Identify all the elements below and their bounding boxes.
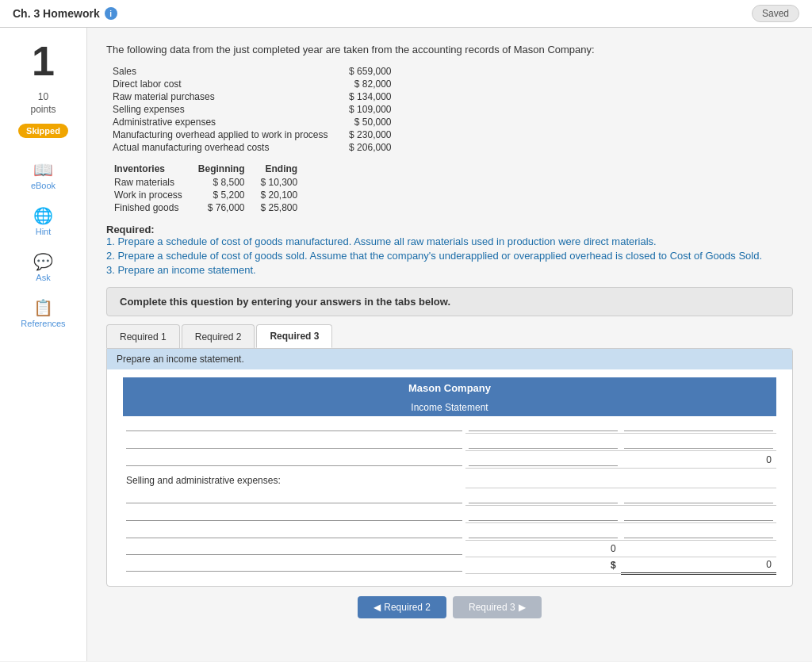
row7-label-input[interactable] bbox=[126, 541, 462, 555]
row5-mid-input[interactable] bbox=[469, 507, 618, 521]
data-table-container: Sales$ 659,000Direct labor cost$ 82,000R… bbox=[106, 65, 793, 154]
tab-content: Prepare an income statement. Mason Compa… bbox=[106, 348, 793, 587]
inv-header-2: Ending bbox=[252, 162, 305, 176]
row1-mid-input[interactable] bbox=[469, 418, 618, 431]
ebook-label: eBook bbox=[31, 181, 56, 190]
points-value: 10 bbox=[38, 91, 48, 102]
data-table: Sales$ 659,000Direct labor cost$ 82,000R… bbox=[106, 65, 398, 154]
table-row bbox=[123, 522, 776, 540]
tabs-row: Required 1 Required 2 Required 3 bbox=[106, 324, 793, 348]
table-row bbox=[123, 505, 776, 522]
question-number: 1 bbox=[32, 40, 55, 82]
required-label: Required: bbox=[106, 224, 155, 235]
row1-label-input[interactable] bbox=[126, 418, 462, 431]
ask-label: Ask bbox=[36, 273, 50, 282]
selling-expenses-row: Selling and administrative expenses: bbox=[123, 473, 776, 488]
skipped-badge: Skipped bbox=[18, 124, 68, 138]
references-icon: 📋 bbox=[33, 298, 53, 317]
table-row: Actual manufacturing overhead costs$ 206… bbox=[106, 141, 398, 154]
next-arrow-icon: ▶ bbox=[519, 602, 526, 613]
sidebar-item-ask[interactable]: 💬 Ask bbox=[6, 246, 80, 289]
income-statement-wrapper: Mason Company Income Statement bbox=[107, 369, 792, 586]
tab-required2[interactable]: Required 2 bbox=[182, 324, 255, 348]
row6-label-input[interactable] bbox=[126, 525, 462, 538]
required-section: Required: 1. Prepare a schedule of cost … bbox=[106, 224, 793, 276]
table-row: Manufacturing overhead applied to work i… bbox=[106, 128, 398, 141]
table-row bbox=[123, 488, 776, 505]
left-sidebar: 1 10 points Skipped 📖 eBook 🌐 Hint 💬 Ask… bbox=[0, 28, 87, 661]
info-icon[interactable]: i bbox=[105, 7, 117, 20]
required-item: 3. Prepare an income statement. bbox=[106, 264, 793, 276]
points-label: points bbox=[30, 104, 56, 115]
saved-badge: Saved bbox=[752, 5, 799, 22]
table-row bbox=[123, 434, 776, 451]
prev-arrow-icon: ◀ bbox=[373, 602, 381, 613]
row4-label-input[interactable] bbox=[126, 490, 462, 503]
inv-header-0: Inventories bbox=[106, 162, 190, 176]
row2-label-input[interactable] bbox=[126, 435, 462, 449]
ask-icon: 💬 bbox=[33, 252, 53, 271]
tab-header-text: Prepare an income statement. bbox=[117, 354, 244, 365]
hint-icon: 🌐 bbox=[33, 206, 53, 225]
row5-label-input[interactable] bbox=[126, 507, 462, 521]
page-title: Ch. 3 Homework bbox=[13, 7, 100, 20]
statement-title: Income Statement bbox=[123, 399, 776, 416]
sidebar-item-hint[interactable]: 🌐 Hint bbox=[6, 200, 80, 243]
hint-label: Hint bbox=[36, 227, 52, 236]
total-label-input[interactable] bbox=[126, 558, 462, 572]
row6-val-input[interactable] bbox=[624, 525, 773, 538]
complete-instruction-box: Complete this question by entering your … bbox=[106, 287, 793, 316]
next-button-label: Required 3 bbox=[469, 602, 515, 613]
sidebar-item-references[interactable]: 📋 References bbox=[6, 292, 80, 335]
tab-header-bar: Prepare an income statement. bbox=[107, 349, 792, 369]
table-row: Work in process$ 5,200$ 20,100 bbox=[106, 189, 305, 201]
required-item: 1. Prepare a schedule of cost of goods m… bbox=[106, 235, 793, 247]
row3-mid-input[interactable] bbox=[469, 453, 618, 466]
total-value: 0 bbox=[621, 557, 776, 573]
prev-required2-button[interactable]: ◀ Required 2 bbox=[358, 596, 446, 618]
content-area: The following data from the just complet… bbox=[87, 28, 812, 661]
table-row: Sales$ 659,000 bbox=[106, 65, 398, 78]
table-row: Selling expenses$ 109,000 bbox=[106, 103, 398, 116]
row4-val-input[interactable] bbox=[624, 490, 773, 503]
table-row: Direct labor cost$ 82,000 bbox=[106, 78, 398, 90]
row1-val-input[interactable] bbox=[624, 418, 773, 431]
dollar-sign: $ bbox=[465, 557, 621, 573]
company-name-header: Mason Company bbox=[123, 377, 776, 399]
complete-instruction-text: Complete this question by entering your … bbox=[120, 296, 450, 308]
row2-mid-input[interactable] bbox=[469, 435, 618, 449]
top-bar: Ch. 3 Homework i Saved bbox=[0, 0, 812, 28]
inventory-table: Inventories Beginning Ending Raw materia… bbox=[106, 162, 305, 214]
tab-required1[interactable]: Required 1 bbox=[106, 324, 180, 348]
inv-header-1: Beginning bbox=[190, 162, 253, 176]
total-row: $ 0 bbox=[123, 557, 776, 573]
required-item: 2. Prepare a schedule of cost of goods s… bbox=[106, 250, 793, 262]
selling-expenses-label: Selling and administrative expenses: bbox=[123, 473, 465, 488]
sidebar-item-ebook[interactable]: 📖 eBook bbox=[6, 154, 80, 197]
tab-required3[interactable]: Required 3 bbox=[256, 324, 332, 348]
question-intro: The following data from the just complet… bbox=[106, 44, 793, 55]
table-row: Administrative expenses$ 50,000 bbox=[106, 116, 398, 128]
table-row: Finished goods$ 76,000$ 25,800 bbox=[106, 201, 305, 214]
prev-button-label: Required 2 bbox=[384, 602, 431, 613]
table-row bbox=[123, 416, 776, 434]
row3-label-input[interactable] bbox=[126, 453, 462, 466]
row6-mid-input[interactable] bbox=[469, 525, 618, 538]
table-row: 0 bbox=[123, 451, 776, 469]
next-required3-button[interactable]: Required 3 ▶ bbox=[453, 596, 542, 618]
row5-val-input[interactable] bbox=[624, 507, 773, 521]
table-row: Raw materials$ 8,500$ 10,300 bbox=[106, 176, 305, 189]
nav-buttons: ◀ Required 2 Required 3 ▶ bbox=[106, 596, 793, 618]
ebook-icon: 📖 bbox=[33, 160, 53, 179]
income-statement-table: 0 Selling and administrative expenses: bbox=[123, 416, 776, 575]
table-row: 0 bbox=[123, 540, 776, 557]
inventory-table-container: Inventories Beginning Ending Raw materia… bbox=[106, 162, 793, 214]
table-row: Raw material purchases$ 134,000 bbox=[106, 90, 398, 103]
references-label: References bbox=[21, 319, 65, 328]
row4-mid-input[interactable] bbox=[469, 490, 618, 503]
row2-val-input[interactable] bbox=[624, 435, 773, 449]
